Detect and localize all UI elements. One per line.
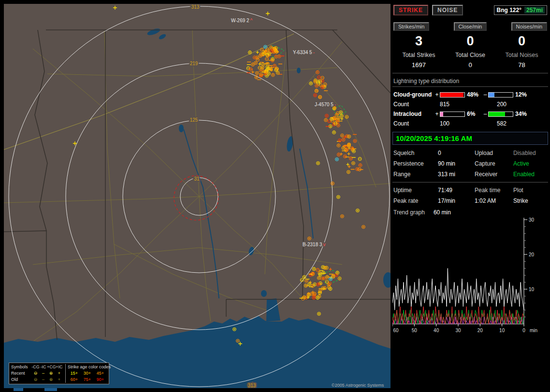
upload-label: Upload	[475, 150, 513, 156]
cg-positive-fill	[440, 93, 463, 97]
dash-icon: –	[40, 370, 47, 377]
total-noises-label: Total Noises	[496, 52, 547, 58]
legend-symbols-grid: Symbols -CG -IC +CG +IC Recent ⊖ – ⊕ + O…	[11, 364, 63, 383]
capture-status: Active	[513, 160, 547, 167]
legend-age-header: Strike age color codes	[68, 364, 107, 370]
trend-x-tick-label: 0	[522, 328, 525, 333]
receiver-status: Enabled	[513, 171, 547, 178]
minus-sign: –	[482, 111, 488, 117]
trend-x-unit-label: min	[530, 328, 537, 333]
capture-label: Capture	[475, 160, 513, 167]
intracloud-row: Intracloud + 6% – 34%	[393, 111, 547, 117]
ic-count-row: Count 100 582	[393, 120, 547, 127]
age-badge-15: 15+	[68, 370, 81, 377]
trend-x-tick-label: 60	[393, 328, 399, 333]
squelch-label: Squelch	[393, 150, 438, 156]
count-label: Count	[393, 101, 440, 108]
total-noises-value: 78	[496, 61, 547, 69]
status-grid: Uptime 71:49 Peak time Plot Peak rate 17…	[393, 187, 547, 204]
divider	[392, 73, 548, 73]
circle-plus-icon: ⊕	[47, 370, 55, 377]
noises-per-min-button[interactable]: Noises/min	[511, 22, 547, 31]
circle-plus-icon: ⊕	[47, 377, 55, 383]
strikes-per-min-value: 3	[393, 34, 444, 49]
trend-y-tick-label: 10	[529, 287, 535, 292]
datetime-display: 10/20/2025 4:19:16 AM	[392, 132, 548, 145]
trend-x-tick-label: 50	[412, 328, 418, 333]
total-close-value: 0	[445, 61, 496, 69]
cloud-ground-row: Cloud-ground + 48% – 12%	[393, 91, 547, 98]
noise-button[interactable]: NOISE	[432, 5, 463, 15]
plot-label: Plot	[513, 187, 547, 194]
range-value: 313 mi	[438, 171, 475, 178]
bearing-label: Bng 122°	[496, 7, 521, 14]
age-badge-30: 30+	[81, 370, 94, 377]
close-per-min-value: 0	[445, 34, 496, 49]
age-badge-75: 75+	[81, 377, 94, 383]
total-strikes-label: Total Strikes	[393, 52, 444, 58]
trend-graph-window: 60 min	[434, 209, 451, 216]
sidebar-panel: STRIKE NOISE Bng 122° 257mi Strikes/min …	[392, 4, 548, 388]
trend-header: Trend graph 60 min	[393, 209, 547, 216]
receiver-label: Receiver	[475, 171, 513, 178]
trend-graph-chart: 1020306050403020100min	[392, 217, 541, 339]
plus-icon: +	[55, 377, 63, 383]
legend-col-neg-ic: -IC	[40, 364, 47, 370]
legend-row-old-label: Old	[11, 377, 31, 383]
bearing-value: 257mi	[524, 7, 545, 14]
strike-button[interactable]: STRIKE	[393, 5, 428, 15]
ic-negative-count: 582	[497, 120, 547, 127]
cg-negative-pct: 12%	[513, 91, 531, 98]
peak-rate-value: 17/min	[438, 197, 475, 204]
persistence-label: Persistence	[393, 160, 438, 167]
lightning-map[interactable]: 31321912531313 W-269 2^Y-6334 5-J-4570 5…	[4, 4, 391, 388]
count-label: Count	[393, 120, 440, 127]
range-label: Range	[393, 171, 438, 178]
persistence-value: 90 min	[438, 160, 475, 167]
settings-grid: Squelch 0 Upload Disabled Persistence 90…	[393, 150, 547, 178]
dash-icon: –	[40, 377, 47, 383]
age-badge-90: 90+	[94, 377, 107, 383]
cg-positive-pct: 48%	[465, 91, 482, 98]
total-strikes-value: 1697	[393, 61, 444, 69]
cg-positive-count: 815	[440, 101, 497, 108]
ic-negative-bar	[488, 112, 513, 117]
age-badge-60: 60+	[68, 377, 81, 383]
uptime-label: Uptime	[393, 187, 438, 194]
trend-x-tick-label: 40	[434, 328, 439, 333]
map-legend: Symbols -CG -IC +CG +IC Recent ⊖ – ⊕ + O…	[9, 363, 109, 384]
age-badge-45: 45+	[94, 370, 107, 377]
noises-per-min-value: 0	[496, 34, 547, 49]
intracloud-label: Intracloud	[393, 111, 434, 117]
trend-y-tick-label: 20	[529, 252, 535, 257]
trend-graph-label: Trend graph	[393, 209, 425, 216]
copyright-text: ©2005 Astrogenic Systems	[332, 383, 384, 388]
cg-negative-bar	[488, 92, 513, 98]
legend-col-pos-ic: +IC	[55, 364, 63, 370]
close-per-min-button[interactable]: Close/min	[454, 22, 487, 31]
legend-col-pos-cg: +CG	[47, 364, 55, 370]
plus-icon: +	[55, 370, 63, 377]
plus-sign: +	[434, 111, 440, 117]
circle-minus-icon: ⊖	[31, 370, 40, 377]
water-fragment	[14, 388, 23, 391]
trend-x-tick-label: 10	[499, 328, 505, 333]
distribution-title: Lightning type distribution	[393, 78, 547, 84]
peak-time-value: 1:02 AM	[475, 197, 513, 204]
ring-distance-label: 219	[190, 61, 198, 66]
squelch-value: 0	[438, 150, 475, 156]
cloud-ground-label: Cloud-ground	[393, 91, 434, 98]
legend-row-recent-label: Recent	[11, 370, 31, 377]
total-close-label: Total Close	[445, 52, 496, 58]
strikes-per-min-button[interactable]: Strikes/min	[393, 22, 429, 31]
uptime-value: 71:49	[438, 187, 475, 194]
trend-x-tick-label: 20	[478, 328, 483, 333]
cg-negative-fill	[489, 93, 494, 97]
legend-age-grid: Strike age color codes 15+ 30+ 45+ 60+ 7…	[65, 364, 107, 383]
plus-sign: +	[434, 91, 440, 98]
divider	[392, 182, 548, 182]
plot-mode-value: Strike	[513, 197, 547, 204]
ic-positive-fill	[440, 112, 443, 116]
ring-distance-label: 313	[248, 383, 256, 388]
storm-cell-label: Y-6334 5-	[293, 50, 315, 55]
